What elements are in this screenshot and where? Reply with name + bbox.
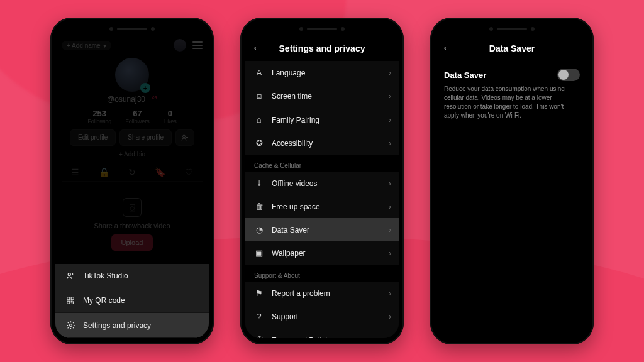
page-title: Data Saver [441,43,582,53]
row-offline-videos[interactable]: ⭳ Offline videos › [245,172,399,195]
phone-data-saver: ← Data Saver Data Saver Reduce your data… [430,18,594,344]
profile-avatar[interactable]: + [115,58,149,92]
home-icon: ⌂ [254,115,264,124]
stat-followers[interactable]: 67 Followers [125,109,150,124]
section-cache: Cache & Cellular [245,155,399,172]
row-accessibility[interactable]: ✪ Accessibility › [245,131,399,155]
edit-profile-button[interactable]: Edit profile [70,129,116,146]
page-title: Settings and privacy [252,43,392,53]
qr-icon [65,296,75,305]
profile-screen-dimmed: + Add name ▾ + @osunaj30 +24 253 [55,35,209,263]
upload-button[interactable]: Upload [111,234,153,251]
toggle-knob [558,70,569,80]
chevron-right-icon: › [389,336,391,338]
phone-notch [435,25,589,33]
studio-icon [65,272,75,280]
new-followers-badge: +24 [148,94,157,100]
chevron-right-icon: › [389,116,391,124]
phone-notch [55,25,209,33]
friends-avatar-icon[interactable] [174,39,186,52]
tab-private-icon[interactable]: 🔒 [99,167,109,177]
add-user-icon [181,134,189,141]
trash-icon: 🗑 [254,202,264,211]
settings-list: A Language › ⧇ Screen time › ⌂ Family Pa… [245,61,399,338]
gear-icon [65,321,75,330]
svg-rect-2 [67,297,70,300]
svg-rect-4 [67,301,70,304]
row-wallpaper[interactable]: ▣ Wallpaper › [245,241,399,265]
tab-saved-icon[interactable]: 🔖 [155,167,165,177]
data-saver-toggle[interactable] [557,69,580,81]
share-profile-button[interactable]: Share profile [119,129,172,146]
add-bio-link[interactable]: + Add bio [62,151,203,158]
chevron-right-icon: › [389,312,391,321]
row-language[interactable]: A Language › [245,61,399,84]
wallpaper-icon: ▣ [254,248,264,258]
language-icon: A [254,68,264,77]
chevron-right-icon: › [389,289,391,298]
sheet-tiktok-studio[interactable]: TikTok Studio [55,264,209,288]
sheet-qr-code[interactable]: My QR code [55,288,209,313]
stat-likes[interactable]: 0 Likes [164,109,177,124]
add-name-label: + Add name [67,42,101,49]
chevron-right-icon: › [389,179,391,188]
flag-icon: ⚑ [254,288,264,298]
chevron-right-icon: › [389,202,391,211]
sheet-label: My QR code [83,296,125,305]
row-data-saver[interactable]: ◔ Data Saver › [245,218,399,241]
data-saver-label: Data Saver [444,70,486,80]
chevron-down-icon: ▾ [103,42,106,49]
row-family-pairing[interactable]: ⌂ Family Pairing › [245,108,399,131]
profile-menu-sheet: TikTok Studio My QR code Settings and pr… [55,263,209,338]
row-screen-time[interactable]: ⧇ Screen time › [245,84,399,108]
chevron-right-icon: › [389,249,391,258]
sheet-settings-privacy[interactable]: Settings and privacy [55,313,209,338]
chevron-right-icon: › [389,92,391,101]
chevron-right-icon: › [389,139,391,148]
row-free-up-space[interactable]: 🗑 Free up space › [245,195,399,218]
help-icon: ? [254,312,264,321]
section-support: Support & About [245,265,399,282]
tab-reposts-icon[interactable]: ↻ [128,167,136,177]
tab-feed-icon[interactable]: ☰ [71,167,79,177]
svg-point-0 [182,135,185,138]
accessibility-icon: ✪ [254,138,264,148]
phone-profile: + Add name ▾ + @osunaj30 +24 253 [50,18,214,344]
data-saver-icon: ◔ [254,225,264,234]
chevron-right-icon: › [389,226,391,234]
data-saver-description: Reduce your data consumption when using … [444,85,580,120]
add-avatar-badge[interactable]: + [140,83,150,93]
throwback-text: Share a throwback video [94,222,170,229]
svg-point-5 [69,324,72,327]
stat-following[interactable]: 253 Following [87,109,111,124]
download-icon: ⭳ [254,178,264,188]
screen-time-icon: ⧇ [254,91,264,101]
sheet-label: Settings and privacy [83,321,151,330]
menu-icon[interactable] [192,41,203,49]
tab-liked-icon[interactable]: ♡ [185,167,193,177]
row-report-problem[interactable]: ⚑ Report a problem › [245,282,399,305]
username: @osunaj30 [107,95,145,104]
add-friends-button[interactable] [175,129,194,146]
svg-point-1 [68,273,70,276]
row-terms-policies[interactable]: ⓘ Terms and Policies › [245,328,399,338]
sheet-label: TikTok Studio [83,272,128,280]
info-icon: ⓘ [254,335,264,338]
phone-notch [245,25,399,33]
chevron-right-icon: › [389,69,391,77]
add-name-pill[interactable]: + Add name ▾ [62,41,111,50]
row-support[interactable]: ? Support › [245,305,399,328]
phone-settings: ← Settings and privacy A Language › ⧇ Sc… [240,18,404,344]
throwback-icon: ⌼ [123,198,142,217]
svg-rect-3 [71,297,74,300]
